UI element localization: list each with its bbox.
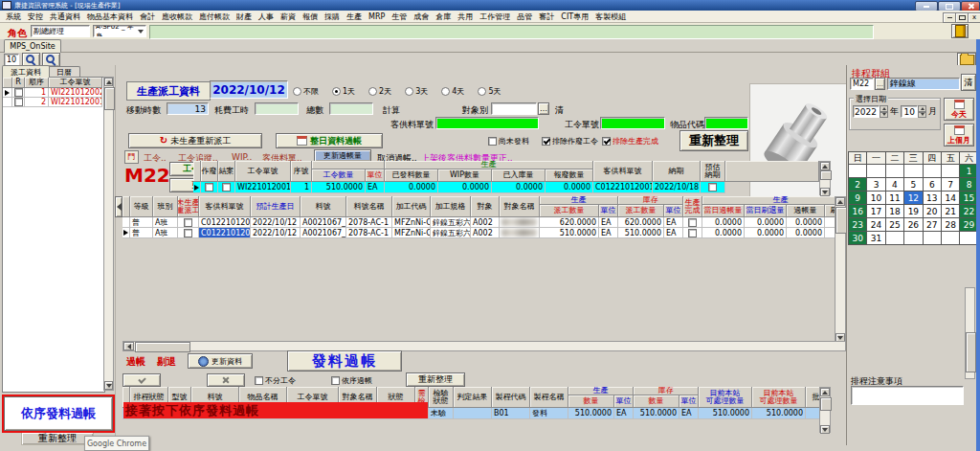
calendar-day[interactable]: 21 <box>942 205 960 218</box>
calendar-day[interactable]: 2 <box>849 178 867 192</box>
calendar-day[interactable]: 24 <box>867 218 885 232</box>
calc-label[interactable]: 計算 <box>383 104 400 117</box>
menu-item[interactable]: CIT專用 <box>561 11 589 22</box>
menu-item[interactable]: 共通資料 <box>50 11 80 22</box>
dispatch-row[interactable]: 普 A班 C01221012002 2022/10/12 A0021067_F … <box>122 217 835 228</box>
calendar-day[interactable]: 14 <box>942 192 960 205</box>
radio-day-2[interactable]: 2天 <box>368 86 391 97</box>
schedule-group-code-field[interactable]: M22 <box>850 78 874 90</box>
radio-day-4[interactable]: 4天 <box>441 86 464 97</box>
calendar-day[interactable]: 13 <box>924 192 942 205</box>
day-post-button[interactable]: 整日資料過帳 <box>276 133 383 148</box>
item-code-field[interactable] <box>704 117 748 129</box>
menu-item[interactable]: 應收帳款 <box>162 11 192 22</box>
calendar-day[interactable]: 23 <box>849 218 867 232</box>
calendar-day[interactable]: 3 <box>867 178 885 192</box>
menu-item[interactable]: 工作管理 <box>479 11 510 22</box>
post-refresh-button[interactable]: 重新整理 <box>406 372 465 387</box>
radio-day-unlimited[interactable]: 不限 <box>293 86 319 97</box>
month-spinner[interactable] <box>918 105 926 118</box>
checkbox-no-split[interactable]: 不分工令 <box>255 375 296 386</box>
panel-scrollbar[interactable] <box>965 287 975 379</box>
door-icon[interactable]: 門 <box>124 150 139 164</box>
group-clear-button[interactable]: 清 <box>961 74 976 91</box>
menu-item[interactable]: MRP <box>368 12 385 21</box>
menu-item[interactable]: 薪資 <box>280 11 296 22</box>
menu-item[interactable]: 人事 <box>258 11 274 22</box>
calendar-day[interactable]: 30 <box>849 232 867 245</box>
menu-item[interactable]: 品管 <box>517 11 532 22</box>
closed-checkbox[interactable] <box>222 183 231 192</box>
menu-item[interactable]: 安控 <box>28 11 43 22</box>
post-grid-scrollbar[interactable] <box>819 387 831 433</box>
update-data-button[interactable]: 更新資料 <box>188 353 253 369</box>
calendar-day[interactable]: 10 <box>867 192 885 205</box>
total-field[interactable] <box>329 102 373 115</box>
calendar-day[interactable]: 6 <box>924 178 942 192</box>
menu-item[interactable]: 財產 <box>236 11 252 22</box>
done-checkbox[interactable] <box>688 229 697 237</box>
wo-info-row[interactable]: WI221012001 1 510.0000 EA 0.0000 0.0000 … <box>193 182 819 193</box>
cancel-button[interactable] <box>207 373 245 387</box>
col-r[interactable]: R <box>12 78 25 88</box>
target-clear-link[interactable]: 清 <box>555 104 564 117</box>
redispatch-button[interactable]: ↻未生產重新派工 <box>128 133 262 148</box>
menu-item[interactable]: 生產 <box>346 11 362 22</box>
confirm-button[interactable] <box>122 373 161 387</box>
month-field[interactable]: 10 <box>901 105 918 118</box>
calendar-day[interactable]: 5 <box>904 178 923 192</box>
dispatch-date-field[interactable]: 2022/10/12 <box>210 80 288 99</box>
calendar-day[interactable]: 28 <box>942 218 960 232</box>
radio-day-1[interactable]: 1天 <box>332 86 355 97</box>
role-value-field[interactable]: 副總經理 <box>31 25 90 37</box>
menu-item[interactable]: 物品基本資料 <box>87 11 133 22</box>
menu-item[interactable]: 倉庫 <box>435 11 451 22</box>
menu-item[interactable]: 共用 <box>457 11 473 22</box>
work-order-field[interactable] <box>600 117 665 129</box>
menu-item[interactable]: 系統 <box>6 11 21 22</box>
calendar-day[interactable]: 20 <box>924 205 942 218</box>
calendar-day[interactable]: 4 <box>886 178 904 192</box>
today-button[interactable]: 今天 <box>944 98 974 121</box>
checkbox-sequential[interactable]: 依序過帳 <box>331 375 372 386</box>
calendar-day[interactable]: 17 <box>867 205 885 218</box>
notes-input[interactable] <box>851 386 964 405</box>
calendar-day[interactable]: 9 <box>849 192 867 205</box>
row-checkbox[interactable] <box>14 98 23 106</box>
menu-item[interactable]: 生管 <box>391 11 407 22</box>
wo-grid-scrollbar[interactable] <box>819 161 831 195</box>
est-due-checkbox[interactable] <box>708 183 717 192</box>
radio-day-3[interactable]: 3天 <box>405 86 428 97</box>
calendar-day[interactable]: 18 <box>886 205 904 218</box>
dispatch-hscrollbar[interactable] <box>122 341 846 351</box>
checkbox-exclude-void[interactable]: 排除作廢工令 <box>542 136 598 147</box>
menu-item[interactable]: 報價 <box>302 11 318 22</box>
row-checkbox[interactable] <box>14 88 23 97</box>
done-checkbox[interactable] <box>688 218 697 227</box>
menu-item[interactable]: 成會 <box>413 11 429 22</box>
prev-month-button[interactable]: 上個月 <box>944 124 974 147</box>
redispatch-checkbox[interactable] <box>184 229 192 237</box>
calendar-day[interactable]: 25 <box>886 218 904 232</box>
menu-item[interactable]: 採購 <box>324 11 340 22</box>
mdi-minimize-button[interactable] <box>943 12 956 23</box>
target-type-field[interactable] <box>491 102 537 115</box>
year-field[interactable]: 2022 <box>853 105 880 118</box>
exit-button[interactable] <box>951 24 969 38</box>
tab-mps-onsite[interactable]: MPS_OnSite <box>4 39 61 53</box>
menu-item[interactable]: 客製模組 <box>595 11 626 22</box>
calendar-day[interactable]: 26 <box>904 218 923 232</box>
role-scope-combobox[interactable]: A-SP02 _ 本身 <box>93 25 146 37</box>
year-spinner[interactable] <box>880 105 888 118</box>
tab-post[interactable]: 過帳 <box>126 355 145 369</box>
checkbox-exclude-done[interactable]: 排除生產完成 <box>602 136 658 147</box>
mdi-close-button[interactable]: x <box>968 12 980 23</box>
calendar-day[interactable]: 31 <box>867 232 885 245</box>
checkbox-not-issued[interactable]: 尚未發料 <box>488 136 529 147</box>
work-order-row[interactable]: 2 WI221012001 <box>3 98 102 107</box>
work-order-row[interactable]: 1 WI221012002 <box>3 88 102 98</box>
calendar-day[interactable]: 16 <box>849 205 867 218</box>
dispatch-row[interactable]: 普 A班 C01221012001 2022/10/12 A0021067_F … <box>122 228 835 238</box>
menu-item[interactable]: 會計 <box>140 11 155 22</box>
dispatch-grid-scrollbar[interactable] <box>835 196 846 342</box>
